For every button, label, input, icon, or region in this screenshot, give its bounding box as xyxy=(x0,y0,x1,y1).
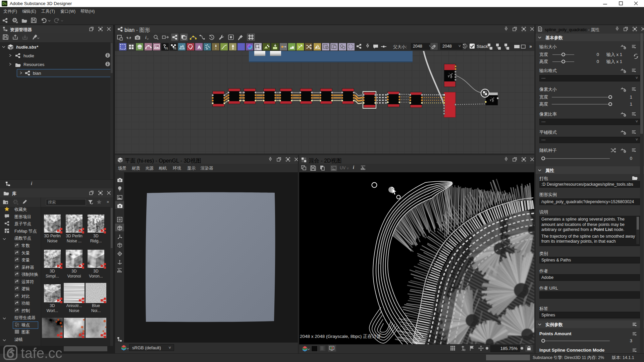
svg-text:A: A xyxy=(198,45,201,50)
svg-text:01: 01 xyxy=(165,47,168,50)
svg-text:01: 01 xyxy=(173,47,177,50)
svg-text:i: i xyxy=(145,35,147,40)
svg-text:1:1: 1:1 xyxy=(127,37,131,40)
svg-text:tafe.cc: tafe.cc xyxy=(21,345,62,361)
